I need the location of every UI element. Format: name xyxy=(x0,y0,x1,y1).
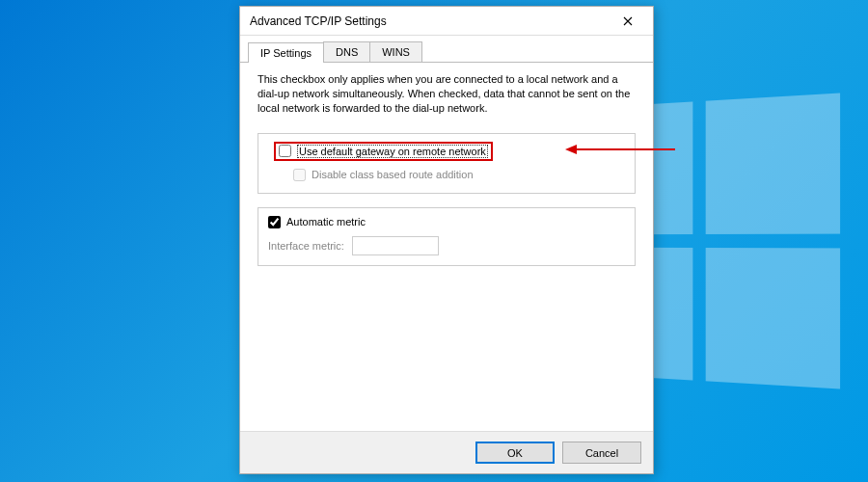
close-icon xyxy=(623,16,633,26)
label-automatic-metric[interactable]: Automatic metric xyxy=(286,216,366,228)
description-text: This checkbox only applies when you are … xyxy=(258,72,636,116)
desktop-background: Advanced TCP/IP Settings IP Settings DNS… xyxy=(0,0,868,482)
metric-groupbox: Automatic metric Interface metric: xyxy=(258,207,636,266)
close-button[interactable] xyxy=(607,8,649,35)
checkbox-automatic-metric[interactable] xyxy=(268,216,281,228)
tab-ip-settings[interactable]: IP Settings xyxy=(248,42,324,63)
tab-content: This checkbox only applies when you are … xyxy=(240,63,653,431)
label-interface-metric: Interface metric: xyxy=(268,240,344,252)
title-bar: Advanced TCP/IP Settings xyxy=(240,7,653,36)
svg-marker-1 xyxy=(565,145,577,154)
cancel-button[interactable]: Cancel xyxy=(562,442,641,464)
window-title: Advanced TCP/IP Settings xyxy=(250,14,607,28)
gateway-groupbox: Use default gateway on remote network Di… xyxy=(258,133,636,194)
tab-dns[interactable]: DNS xyxy=(323,41,370,62)
ok-button[interactable]: OK xyxy=(475,442,555,464)
checkbox-default-gateway[interactable] xyxy=(279,145,291,157)
annotation-highlight: Use default gateway on remote network xyxy=(274,142,493,161)
dialog-footer: OK Cancel xyxy=(240,431,653,473)
advanced-tcpip-dialog: Advanced TCP/IP Settings IP Settings DNS… xyxy=(239,6,654,474)
tab-strip: IP Settings DNS WINS xyxy=(240,36,653,63)
label-disable-route[interactable]: Disable class based route addition xyxy=(312,169,474,180)
checkbox-disable-route[interactable] xyxy=(293,169,306,181)
label-default-gateway[interactable]: Use default gateway on remote network xyxy=(297,145,488,158)
input-interface-metric[interactable] xyxy=(352,236,439,255)
tab-wins[interactable]: WINS xyxy=(369,41,422,62)
